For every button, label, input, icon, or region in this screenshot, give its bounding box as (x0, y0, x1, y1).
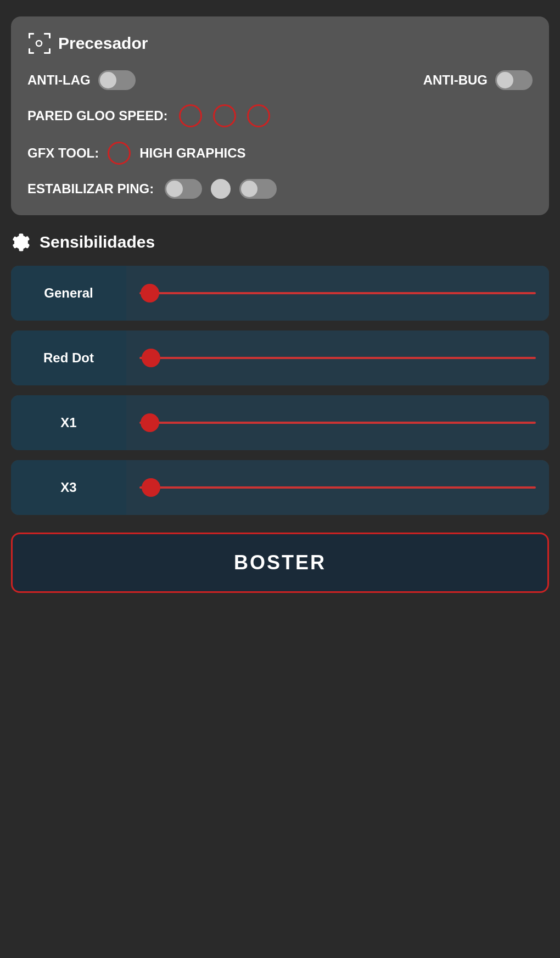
gear-icon (11, 232, 32, 253)
slider-card-reddot: Red Dot (11, 330, 549, 385)
slider-area-reddot[interactable] (126, 330, 549, 385)
svg-rect-7 (49, 48, 51, 54)
svg-rect-2 (44, 33, 49, 35)
precesador-card: Precesador ANTI-LAG ANTI-BUG PARED GLOO … (11, 16, 549, 215)
pared-gloo-radio-1[interactable] (179, 104, 202, 127)
ping-toggles (165, 179, 277, 199)
boster-button[interactable]: BOSTER (11, 533, 549, 593)
slider-label-area-x3: X3 (11, 460, 126, 515)
toggle-row-antilag-antibug: ANTI-LAG ANTI-BUG (27, 70, 533, 90)
pared-gloo-row: PARED GLOO SPEED: (27, 104, 533, 127)
svg-rect-3 (49, 33, 51, 38)
slider-label-x1: X1 (60, 415, 76, 430)
sensibilidades-title: Sensibilidades (40, 233, 155, 251)
slider-label-area-general: General (11, 266, 126, 321)
ping-toggle-1[interactable] (165, 179, 202, 199)
svg-rect-6 (44, 52, 49, 54)
slider-card-x1: X1 (11, 395, 549, 450)
slider-thumb-x1[interactable] (141, 413, 159, 432)
precesador-header: Precesador (27, 32, 533, 55)
gfx-row: GFX TOOL: HIGH GRAPHICS (27, 142, 533, 165)
ping-row: ESTABILIZAR PING: (27, 179, 533, 199)
slider-label-x3: X3 (60, 480, 76, 495)
slider-label-general: General (44, 285, 93, 301)
slider-area-x1[interactable] (126, 395, 549, 450)
antibug-item: ANTI-BUG (423, 70, 533, 90)
svg-point-8 (36, 41, 42, 46)
pared-gloo-label: PARED GLOO SPEED: (27, 108, 168, 124)
antibug-label: ANTI-BUG (423, 72, 488, 88)
slider-label-area-reddot: Red Dot (11, 330, 126, 385)
antilag-toggle[interactable] (98, 70, 136, 90)
gfx-radio[interactable] (108, 142, 131, 165)
pared-gloo-radios (179, 104, 270, 127)
precesador-title: Precesador (58, 34, 148, 53)
high-graphics-label: HIGH GRAPHICS (139, 145, 245, 161)
slider-area-general[interactable] (126, 266, 549, 321)
pared-gloo-radio-3[interactable] (247, 104, 270, 127)
ping-toggle-3[interactable] (239, 179, 277, 199)
slider-label-area-x1: X1 (11, 395, 126, 450)
pared-gloo-radio-2[interactable] (213, 104, 236, 127)
slider-track-general (139, 292, 536, 294)
svg-rect-1 (29, 33, 30, 38)
slider-card-general: General (11, 266, 549, 321)
gfx-label: GFX TOOL: (27, 145, 99, 161)
slider-thumb-general[interactable] (141, 284, 159, 302)
slider-track-x1 (139, 422, 536, 424)
slider-thumb-reddot[interactable] (142, 349, 160, 367)
ping-label: ESTABILIZAR PING: (27, 181, 154, 197)
sensibilidades-header: Sensibilidades (11, 232, 549, 253)
antilag-item: ANTI-LAG (27, 70, 136, 90)
target-icon (27, 32, 51, 55)
slider-area-x3[interactable] (126, 460, 549, 515)
slider-card-x3: X3 (11, 460, 549, 515)
slider-thumb-x3[interactable] (142, 478, 160, 497)
ping-toggle-2[interactable] (211, 179, 231, 199)
slider-track-x3 (139, 486, 536, 489)
slider-label-reddot: Red Dot (43, 350, 94, 366)
slider-track-reddot (139, 357, 536, 359)
svg-rect-5 (29, 48, 30, 54)
antilag-label: ANTI-LAG (27, 72, 91, 88)
antibug-toggle[interactable] (495, 70, 533, 90)
